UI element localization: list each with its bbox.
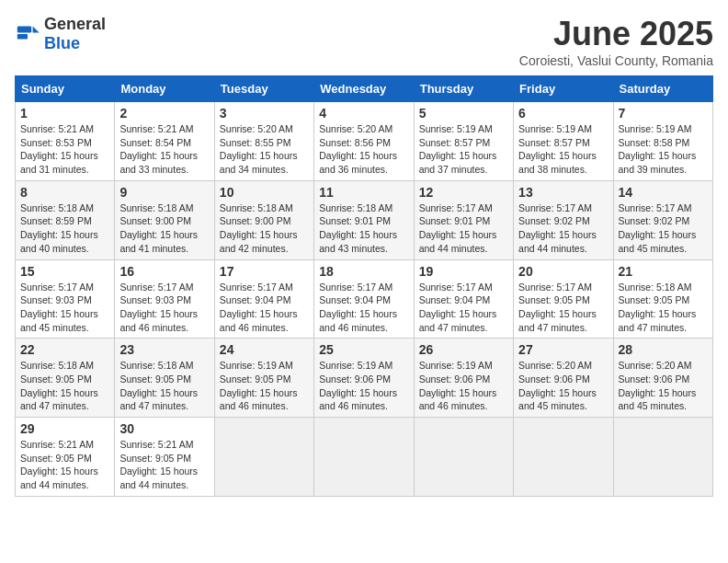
day-info: Sunrise: 5:18 AM Sunset: 9:00 PM Dayligh… bbox=[220, 201, 309, 256]
day-info: Sunrise: 5:20 AM Sunset: 9:06 PM Dayligh… bbox=[619, 359, 708, 413]
day-number: 8 bbox=[20, 185, 109, 200]
day-cell-29: 29Sunrise: 5:21 AM Sunset: 9:05 PM Dayli… bbox=[16, 418, 115, 497]
day-cell-22: 22Sunrise: 5:18 AM Sunset: 9:05 PM Dayli… bbox=[16, 339, 115, 418]
day-number: 13 bbox=[518, 185, 608, 200]
day-number: 19 bbox=[419, 264, 508, 279]
day-number: 25 bbox=[319, 342, 408, 357]
header: General Blue June 2025 Coroiesti, Vaslui… bbox=[15, 15, 713, 68]
day-number: 20 bbox=[518, 264, 608, 279]
day-number: 29 bbox=[20, 421, 109, 436]
logo-text: General Blue bbox=[44, 15, 106, 53]
day-number: 10 bbox=[220, 185, 309, 200]
day-cell-28: 28Sunrise: 5:20 AM Sunset: 9:06 PM Dayli… bbox=[613, 339, 712, 418]
day-number: 5 bbox=[419, 106, 508, 121]
day-info: Sunrise: 5:19 AM Sunset: 9:06 PM Dayligh… bbox=[419, 359, 508, 413]
day-number: 27 bbox=[518, 342, 608, 357]
logo-general: General bbox=[44, 15, 106, 33]
day-cell-8: 8Sunrise: 5:18 AM Sunset: 8:59 PM Daylig… bbox=[16, 180, 115, 259]
day-cell-6: 6Sunrise: 5:19 AM Sunset: 8:57 PM Daylig… bbox=[514, 102, 613, 181]
calendar-header-row: SundayMondayTuesdayWednesdayThursdayFrid… bbox=[16, 76, 713, 102]
week-row-5: 29Sunrise: 5:21 AM Sunset: 9:05 PM Dayli… bbox=[16, 418, 713, 497]
day-info: Sunrise: 5:18 AM Sunset: 9:01 PM Dayligh… bbox=[319, 201, 408, 256]
day-number: 14 bbox=[619, 185, 708, 200]
day-cell-3: 3Sunrise: 5:20 AM Sunset: 8:55 PM Daylig… bbox=[214, 102, 313, 181]
day-cell-12: 12Sunrise: 5:17 AM Sunset: 9:01 PM Dayli… bbox=[414, 180, 513, 259]
day-number: 9 bbox=[119, 185, 209, 200]
empty-cell bbox=[214, 418, 313, 497]
day-cell-15: 15Sunrise: 5:17 AM Sunset: 9:03 PM Dayli… bbox=[16, 259, 115, 339]
day-number: 30 bbox=[119, 421, 209, 436]
day-number: 23 bbox=[119, 342, 209, 357]
logo: General Blue bbox=[15, 15, 106, 53]
day-info: Sunrise: 5:17 AM Sunset: 9:05 PM Dayligh… bbox=[518, 281, 608, 335]
day-info: Sunrise: 5:17 AM Sunset: 9:04 PM Dayligh… bbox=[419, 281, 508, 335]
day-number: 12 bbox=[419, 185, 508, 200]
week-row-1: 1Sunrise: 5:21 AM Sunset: 8:53 PM Daylig… bbox=[16, 102, 713, 181]
day-info: Sunrise: 5:19 AM Sunset: 8:58 PM Dayligh… bbox=[619, 122, 708, 177]
day-info: Sunrise: 5:18 AM Sunset: 9:05 PM Dayligh… bbox=[20, 359, 109, 413]
day-number: 7 bbox=[619, 106, 708, 121]
day-cell-27: 27Sunrise: 5:20 AM Sunset: 9:06 PM Dayli… bbox=[514, 339, 613, 418]
day-cell-30: 30Sunrise: 5:21 AM Sunset: 9:05 PM Dayli… bbox=[115, 418, 214, 497]
day-info: Sunrise: 5:18 AM Sunset: 9:05 PM Dayligh… bbox=[619, 281, 708, 335]
day-cell-5: 5Sunrise: 5:19 AM Sunset: 8:57 PM Daylig… bbox=[414, 102, 513, 181]
empty-cell bbox=[314, 418, 414, 497]
header-tuesday: Tuesday bbox=[214, 76, 313, 102]
day-number: 17 bbox=[220, 264, 309, 279]
day-cell-20: 20Sunrise: 5:17 AM Sunset: 9:05 PM Dayli… bbox=[514, 259, 613, 339]
day-info: Sunrise: 5:20 AM Sunset: 8:56 PM Dayligh… bbox=[319, 122, 408, 177]
day-cell-2: 2Sunrise: 5:21 AM Sunset: 8:54 PM Daylig… bbox=[115, 102, 214, 181]
day-cell-17: 17Sunrise: 5:17 AM Sunset: 9:04 PM Dayli… bbox=[214, 259, 313, 339]
day-cell-24: 24Sunrise: 5:19 AM Sunset: 9:05 PM Dayli… bbox=[214, 339, 313, 418]
day-info: Sunrise: 5:19 AM Sunset: 8:57 PM Dayligh… bbox=[419, 122, 508, 177]
svg-rect-2 bbox=[17, 27, 31, 33]
day-info: Sunrise: 5:17 AM Sunset: 9:04 PM Dayligh… bbox=[319, 281, 408, 335]
day-cell-25: 25Sunrise: 5:19 AM Sunset: 9:06 PM Dayli… bbox=[314, 339, 414, 418]
empty-cell bbox=[613, 418, 712, 497]
day-info: Sunrise: 5:17 AM Sunset: 9:04 PM Dayligh… bbox=[220, 281, 309, 335]
day-cell-23: 23Sunrise: 5:18 AM Sunset: 9:05 PM Dayli… bbox=[115, 339, 214, 418]
day-cell-19: 19Sunrise: 5:17 AM Sunset: 9:04 PM Dayli… bbox=[414, 259, 513, 339]
day-number: 2 bbox=[119, 106, 209, 121]
day-number: 21 bbox=[619, 264, 708, 279]
title-block: June 2025 Coroiesti, Vaslui County, Roma… bbox=[519, 15, 713, 68]
day-number: 22 bbox=[20, 342, 109, 357]
day-cell-13: 13Sunrise: 5:17 AM Sunset: 9:02 PM Dayli… bbox=[514, 180, 613, 259]
day-number: 26 bbox=[419, 342, 508, 357]
day-number: 11 bbox=[319, 185, 408, 200]
day-cell-7: 7Sunrise: 5:19 AM Sunset: 8:58 PM Daylig… bbox=[613, 102, 712, 181]
day-number: 4 bbox=[319, 106, 408, 121]
day-info: Sunrise: 5:21 AM Sunset: 9:05 PM Dayligh… bbox=[119, 438, 209, 492]
calendar-subtitle: Coroiesti, Vaslui County, Romania bbox=[519, 53, 713, 68]
day-cell-1: 1Sunrise: 5:21 AM Sunset: 8:53 PM Daylig… bbox=[16, 102, 115, 181]
day-cell-18: 18Sunrise: 5:17 AM Sunset: 9:04 PM Dayli… bbox=[314, 259, 414, 339]
logo-blue: Blue bbox=[44, 34, 80, 52]
day-cell-4: 4Sunrise: 5:20 AM Sunset: 8:56 PM Daylig… bbox=[314, 102, 414, 181]
day-info: Sunrise: 5:17 AM Sunset: 9:02 PM Dayligh… bbox=[619, 201, 708, 256]
day-number: 28 bbox=[619, 342, 708, 357]
day-info: Sunrise: 5:21 AM Sunset: 8:53 PM Dayligh… bbox=[20, 122, 109, 177]
header-wednesday: Wednesday bbox=[314, 76, 414, 102]
day-info: Sunrise: 5:18 AM Sunset: 8:59 PM Dayligh… bbox=[20, 201, 109, 256]
header-saturday: Saturday bbox=[613, 76, 712, 102]
week-row-2: 8Sunrise: 5:18 AM Sunset: 8:59 PM Daylig… bbox=[16, 180, 713, 259]
day-info: Sunrise: 5:17 AM Sunset: 9:03 PM Dayligh… bbox=[119, 281, 209, 335]
generalblue-logo-icon bbox=[15, 21, 40, 47]
day-info: Sunrise: 5:21 AM Sunset: 8:54 PM Dayligh… bbox=[119, 122, 209, 177]
calendar-title: June 2025 bbox=[519, 15, 713, 53]
day-number: 6 bbox=[518, 106, 608, 121]
day-info: Sunrise: 5:19 AM Sunset: 8:57 PM Dayligh… bbox=[518, 122, 608, 177]
header-friday: Friday bbox=[514, 76, 613, 102]
day-info: Sunrise: 5:20 AM Sunset: 8:55 PM Dayligh… bbox=[220, 122, 309, 177]
day-number: 3 bbox=[220, 106, 309, 121]
day-cell-10: 10Sunrise: 5:18 AM Sunset: 9:00 PM Dayli… bbox=[214, 180, 313, 259]
header-monday: Monday bbox=[115, 76, 214, 102]
day-info: Sunrise: 5:18 AM Sunset: 9:00 PM Dayligh… bbox=[119, 201, 209, 256]
day-cell-9: 9Sunrise: 5:18 AM Sunset: 9:00 PM Daylig… bbox=[115, 180, 214, 259]
day-cell-14: 14Sunrise: 5:17 AM Sunset: 9:02 PM Dayli… bbox=[613, 180, 712, 259]
day-info: Sunrise: 5:17 AM Sunset: 9:01 PM Dayligh… bbox=[419, 201, 508, 256]
svg-rect-3 bbox=[17, 34, 28, 40]
day-info: Sunrise: 5:17 AM Sunset: 9:02 PM Dayligh… bbox=[518, 201, 608, 256]
day-info: Sunrise: 5:19 AM Sunset: 9:05 PM Dayligh… bbox=[220, 359, 309, 413]
day-number: 18 bbox=[319, 264, 408, 279]
